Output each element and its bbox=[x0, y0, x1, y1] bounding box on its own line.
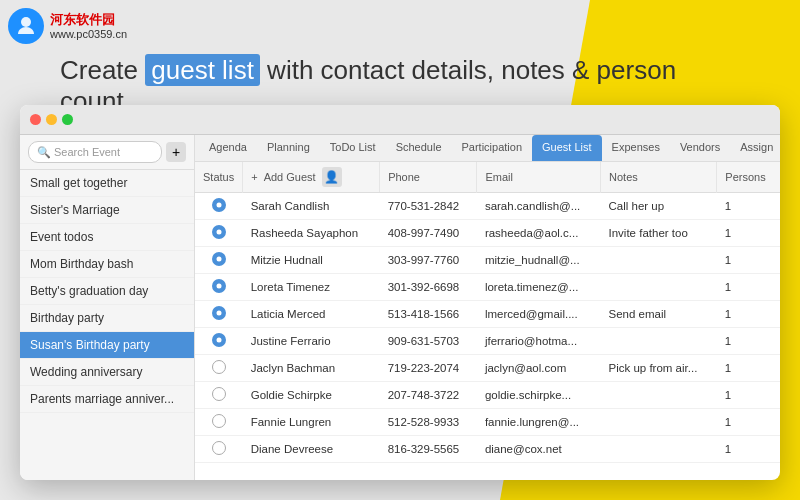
table-header-row: Status + Add Guest 👤 Phone Email Notes bbox=[195, 162, 780, 193]
event-list: Small get togetherSister's MarriageEvent… bbox=[20, 170, 194, 480]
row-email-2: mitzie_hudnall@... bbox=[477, 247, 601, 274]
sidebar-item-0[interactable]: Small get together bbox=[20, 170, 194, 197]
table-row: Sarah Candlish770-531-2842sarah.candlish… bbox=[195, 193, 780, 220]
row-notes-7 bbox=[601, 382, 717, 409]
row-persons-2: 1 bbox=[717, 247, 780, 274]
maximize-button[interactable] bbox=[62, 114, 73, 125]
headline-highlight: guest list bbox=[145, 54, 260, 86]
search-placeholder: Search Event bbox=[54, 146, 120, 158]
row-email-1: rasheeda@aol.c... bbox=[477, 220, 601, 247]
sidebar-search-bar: 🔍 Search Event + bbox=[20, 135, 194, 170]
sidebar-item-6[interactable]: Susan's Birthday party bbox=[20, 332, 194, 359]
row-email-5: jferrario@hotma... bbox=[477, 328, 601, 355]
tab-todo-list[interactable]: ToDo List bbox=[320, 135, 386, 161]
row-notes-6: Pick up from air... bbox=[601, 355, 717, 382]
radio-empty-icon bbox=[212, 414, 226, 428]
col-name[interactable]: + Add Guest 👤 bbox=[243, 162, 380, 193]
person-icon: 👤 bbox=[322, 167, 342, 187]
radio-empty-icon bbox=[212, 360, 226, 374]
radio-filled-icon bbox=[212, 333, 226, 347]
row-persons-8: 1 bbox=[717, 409, 780, 436]
radio-empty-icon bbox=[212, 387, 226, 401]
sidebar-item-3[interactable]: Mom Birthday bash bbox=[20, 251, 194, 278]
tab-vendors[interactable]: Vendors bbox=[670, 135, 730, 161]
minimize-button[interactable] bbox=[46, 114, 57, 125]
col-persons: Persons bbox=[717, 162, 780, 193]
row-notes-8 bbox=[601, 409, 717, 436]
row-phone-2: 303-997-7760 bbox=[380, 247, 477, 274]
row-email-3: loreta.timenez@... bbox=[477, 274, 601, 301]
row-email-4: lmerced@gmail.... bbox=[477, 301, 601, 328]
row-status-0[interactable] bbox=[195, 193, 243, 220]
table-row: Laticia Merced513-418-1566lmerced@gmail.… bbox=[195, 301, 780, 328]
row-status-6[interactable] bbox=[195, 355, 243, 382]
search-event-input[interactable]: 🔍 Search Event bbox=[28, 141, 162, 163]
tab-assign[interactable]: Assign bbox=[730, 135, 780, 161]
row-persons-4: 1 bbox=[717, 301, 780, 328]
row-phone-9: 816-329-5565 bbox=[380, 436, 477, 463]
sidebar-item-8[interactable]: Parents marriage anniver... bbox=[20, 386, 194, 413]
title-bar bbox=[20, 105, 780, 135]
radio-filled-icon bbox=[212, 279, 226, 293]
table-row: Diane Devreese816-329-5565diane@cox.net1 bbox=[195, 436, 780, 463]
watermark-brand: 河东软件园 bbox=[50, 12, 127, 29]
sidebar: 🔍 Search Event + Small get togetherSiste… bbox=[20, 135, 195, 480]
sidebar-item-2[interactable]: Event todos bbox=[20, 224, 194, 251]
row-name-0: Sarah Candlish bbox=[243, 193, 380, 220]
tab-agenda[interactable]: Agenda bbox=[199, 135, 257, 161]
add-guest-label[interactable]: Add Guest bbox=[264, 171, 316, 183]
col-email: Email bbox=[477, 162, 601, 193]
add-guest-icon: + bbox=[251, 171, 257, 183]
main-content: AgendaPlanningToDo ListScheduleParticipa… bbox=[195, 135, 780, 480]
row-notes-9 bbox=[601, 436, 717, 463]
row-name-6: Jaclyn Bachman bbox=[243, 355, 380, 382]
tab-participation[interactable]: Participation bbox=[452, 135, 533, 161]
tab-schedule[interactable]: Schedule bbox=[386, 135, 452, 161]
tab-planning[interactable]: Planning bbox=[257, 135, 320, 161]
headline-prefix: Create bbox=[60, 55, 145, 85]
row-phone-8: 512-528-9933 bbox=[380, 409, 477, 436]
svg-point-0 bbox=[21, 17, 31, 27]
table-row: Jaclyn Bachman719-223-2074jaclyn@aol.com… bbox=[195, 355, 780, 382]
row-name-8: Fannie Lungren bbox=[243, 409, 380, 436]
col-status: Status bbox=[195, 162, 243, 193]
row-name-1: Rasheeda Sayaphon bbox=[243, 220, 380, 247]
row-status-1[interactable] bbox=[195, 220, 243, 247]
watermark: 河东软件园 www.pc0359.cn bbox=[8, 8, 127, 44]
tab-guest-list[interactable]: Guest List bbox=[532, 135, 602, 161]
sidebar-item-7[interactable]: Wedding anniversary bbox=[20, 359, 194, 386]
row-status-4[interactable] bbox=[195, 301, 243, 328]
app-window: 🔍 Search Event + Small get togetherSiste… bbox=[20, 105, 780, 480]
sidebar-item-1[interactable]: Sister's Marriage bbox=[20, 197, 194, 224]
watermark-logo bbox=[8, 8, 44, 44]
tabs-bar: AgendaPlanningToDo ListScheduleParticipa… bbox=[195, 135, 780, 162]
col-phone: Phone bbox=[380, 162, 477, 193]
close-button[interactable] bbox=[30, 114, 41, 125]
table-row: Loreta Timenez301-392-6698loreta.timenez… bbox=[195, 274, 780, 301]
radio-empty-icon bbox=[212, 441, 226, 455]
row-status-2[interactable] bbox=[195, 247, 243, 274]
sidebar-item-5[interactable]: Birthday party bbox=[20, 305, 194, 332]
row-persons-9: 1 bbox=[717, 436, 780, 463]
guest-table-area: Status + Add Guest 👤 Phone Email Notes bbox=[195, 162, 780, 480]
row-status-8[interactable] bbox=[195, 409, 243, 436]
row-phone-6: 719-223-2074 bbox=[380, 355, 477, 382]
row-status-3[interactable] bbox=[195, 274, 243, 301]
tab-expenses[interactable]: Expenses bbox=[602, 135, 670, 161]
table-row: Rasheeda Sayaphon408-997-7490rasheeda@ao… bbox=[195, 220, 780, 247]
add-event-button[interactable]: + bbox=[166, 142, 186, 162]
row-email-8: fannie.lungren@... bbox=[477, 409, 601, 436]
row-persons-7: 1 bbox=[717, 382, 780, 409]
row-name-9: Diane Devreese bbox=[243, 436, 380, 463]
row-persons-1: 1 bbox=[717, 220, 780, 247]
row-name-3: Loreta Timenez bbox=[243, 274, 380, 301]
row-name-5: Justine Ferrario bbox=[243, 328, 380, 355]
row-status-7[interactable] bbox=[195, 382, 243, 409]
row-name-7: Goldie Schirpke bbox=[243, 382, 380, 409]
row-name-2: Mitzie Hudnall bbox=[243, 247, 380, 274]
sidebar-item-4[interactable]: Betty's graduation day bbox=[20, 278, 194, 305]
row-status-5[interactable] bbox=[195, 328, 243, 355]
row-phone-5: 909-631-5703 bbox=[380, 328, 477, 355]
row-status-9[interactable] bbox=[195, 436, 243, 463]
row-persons-6: 1 bbox=[717, 355, 780, 382]
